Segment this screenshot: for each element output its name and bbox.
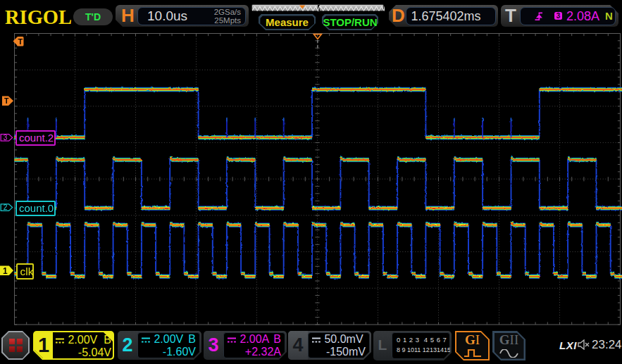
svg-text:2: 2 (4, 203, 8, 211)
svg-text:3: 3 (4, 134, 8, 142)
svg-text:T: T (18, 37, 23, 46)
svg-text:1: 1 (3, 266, 8, 276)
svg-text:T: T (4, 96, 9, 105)
